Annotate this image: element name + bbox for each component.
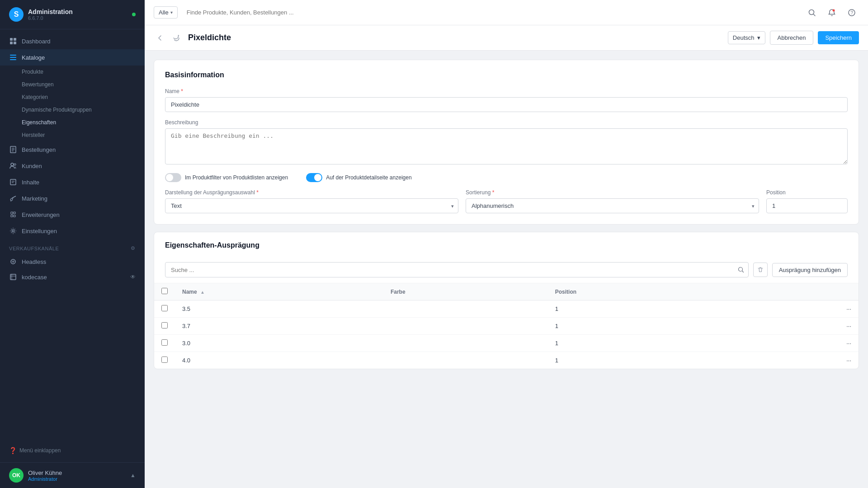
refresh-icon[interactable] bbox=[170, 32, 183, 44]
position-label: Position bbox=[766, 189, 848, 196]
properties-section-title: Eigenschaften-Ausprägung bbox=[154, 232, 859, 257]
search-bar bbox=[183, 6, 799, 19]
row-position: 1 bbox=[548, 300, 750, 318]
sidebar-item-einstellungen[interactable]: Einstellungen bbox=[0, 223, 145, 239]
user-info: Oliver Kühne Administrator bbox=[28, 469, 126, 482]
produktdetail-toggle-group: Auf der Produktdetailseite anzeigen bbox=[306, 173, 411, 182]
topbar: Alle ▾ ? bbox=[145, 0, 868, 25]
produktfilter-label: Im Produktfilter von Produktlisten anzei… bbox=[185, 174, 288, 181]
produktfilter-toggle-knob bbox=[166, 174, 173, 181]
sales-channel-kodecase-label: kodecase bbox=[22, 274, 47, 281]
row-menu[interactable]: ··· bbox=[750, 352, 859, 369]
svg-rect-0 bbox=[10, 38, 13, 41]
svg-point-12 bbox=[14, 164, 16, 165]
sidebar-item-marketing[interactable]: Marketing bbox=[0, 190, 145, 206]
row-farbe bbox=[383, 318, 548, 335]
produktdetail-toggle[interactable] bbox=[306, 173, 322, 182]
name-label: Name * bbox=[165, 88, 848, 94]
sidebar-item-kunden-label: Kunden bbox=[22, 163, 42, 169]
sidebar-subitem-hersteller[interactable]: Hersteller bbox=[0, 129, 145, 141]
user-name: Oliver Kühne bbox=[28, 469, 126, 476]
sortierung-select-group: Sortierung * Alphanumerisch Numerisch Ma… bbox=[466, 189, 759, 213]
table-header: Name ▲ Farbe Position bbox=[154, 283, 859, 300]
user-chevron-icon[interactable]: ▲ bbox=[130, 472, 136, 479]
produktdetail-label: Auf der Produktdetailseite anzeigen bbox=[326, 174, 411, 181]
table-row: 3.5 1 ··· bbox=[154, 300, 859, 318]
name-field-group: Name * bbox=[165, 88, 848, 112]
sidebar-item-bestellungen[interactable]: Bestellungen bbox=[0, 141, 145, 158]
brand-version: 6.6.7.0 bbox=[28, 15, 127, 21]
kataloge-icon bbox=[9, 53, 17, 61]
darstellung-select[interactable]: Text Liste Dropdown bbox=[165, 198, 458, 213]
topbar-icons: ? bbox=[805, 5, 859, 20]
sidebar-item-einstellungen-label: Einstellungen bbox=[22, 228, 57, 235]
language-label: Deutsch bbox=[733, 34, 755, 41]
sidebar-item-erweiterungen[interactable]: Erweiterungen bbox=[0, 206, 145, 223]
section-settings-icon[interactable]: ⚙ bbox=[131, 245, 136, 251]
sidebar-subitem-dynamische[interactable]: Dynamische Produktgruppen bbox=[0, 103, 145, 116]
sidebar-item-marketing-label: Marketing bbox=[22, 195, 47, 202]
darstellung-select-wrapper: Text Liste Dropdown bbox=[165, 198, 458, 213]
produktfilter-toggle[interactable] bbox=[165, 173, 181, 182]
header-actions: Deutsch ▾ Abbrechen Speichern bbox=[728, 31, 859, 45]
language-chevron-icon: ▾ bbox=[757, 34, 760, 41]
table-search-input[interactable] bbox=[165, 263, 734, 277]
sidebar-subitem-kategorien[interactable]: Kategorien bbox=[0, 91, 145, 103]
row-checkbox[interactable] bbox=[161, 339, 168, 346]
language-select[interactable]: Deutsch ▾ bbox=[728, 31, 765, 44]
content-header: Pixeldichte Deutsch ▾ Abbrechen Speicher… bbox=[145, 25, 868, 51]
svg-rect-6 bbox=[10, 59, 16, 60]
menu-collapse[interactable]: ❓ Menü einklappen bbox=[0, 443, 145, 458]
table-search-icon[interactable] bbox=[734, 263, 748, 277]
row-menu[interactable]: ··· bbox=[750, 300, 859, 318]
row-checkbox[interactable] bbox=[161, 357, 168, 363]
row-menu[interactable]: ··· bbox=[750, 318, 859, 335]
row-name: 4.0 bbox=[175, 352, 383, 369]
sidebar: S Administration 6.6.7.0 Dashboard bbox=[0, 0, 145, 488]
sidebar-header: S Administration 6.6.7.0 bbox=[0, 0, 145, 29]
header-name: Name ▲ bbox=[175, 283, 383, 300]
sidebar-item-kataloge[interactable]: Kataloge bbox=[0, 49, 145, 66]
save-button[interactable]: Speichern bbox=[818, 31, 859, 44]
produktdetail-toggle-knob bbox=[314, 174, 321, 181]
back-icon[interactable] bbox=[154, 32, 166, 44]
sidebar-item-dashboard[interactable]: Dashboard bbox=[0, 33, 145, 49]
name-sort-icon[interactable]: ▲ bbox=[200, 290, 205, 295]
svg-rect-17 bbox=[11, 215, 13, 217]
table-delete-button[interactable] bbox=[753, 263, 768, 277]
search-icon[interactable] bbox=[805, 5, 819, 20]
search-input[interactable] bbox=[183, 6, 799, 19]
filter-chevron-icon: ▾ bbox=[170, 10, 173, 15]
sortierung-select[interactable]: Alphanumerisch Numerisch Manuell bbox=[466, 198, 759, 213]
content-area: Basisinformation Name * Beschreibung bbox=[145, 51, 868, 488]
name-input[interactable] bbox=[165, 97, 848, 112]
sidebar-item-kunden[interactable]: Kunden bbox=[0, 158, 145, 174]
filter-button[interactable]: Alle ▾ bbox=[154, 6, 178, 19]
table-row: 4.0 1 ··· bbox=[154, 352, 859, 369]
kodecase-eye-icon[interactable]: 👁 bbox=[130, 274, 136, 280]
table-row: 3.0 1 ··· bbox=[154, 335, 859, 352]
row-position: 1 bbox=[548, 352, 750, 369]
add-property-button[interactable]: Ausprägung hinzufügen bbox=[772, 263, 848, 277]
position-input[interactable] bbox=[766, 198, 848, 213]
sidebar-subitem-bewertungen[interactable]: Bewertungen bbox=[0, 78, 145, 91]
svg-point-19 bbox=[12, 230, 14, 232]
row-checkbox-cell bbox=[154, 300, 175, 318]
row-name: 3.0 bbox=[175, 335, 383, 352]
row-menu[interactable]: ··· bbox=[750, 335, 859, 352]
row-checkbox-cell bbox=[154, 352, 175, 369]
row-checkbox[interactable] bbox=[161, 322, 168, 328]
help-icon[interactable]: ? bbox=[844, 5, 859, 20]
notification-icon[interactable] bbox=[825, 5, 839, 20]
sidebar-item-inhalte[interactable]: Inhalte bbox=[0, 174, 145, 190]
row-checkbox[interactable] bbox=[161, 305, 168, 311]
sidebar-brand: Administration 6.6.7.0 bbox=[28, 8, 127, 21]
select-all-checkbox[interactable] bbox=[161, 288, 168, 294]
description-textarea[interactable] bbox=[165, 128, 848, 164]
cancel-button[interactable]: Abbrechen bbox=[770, 31, 814, 45]
sales-channel-headless[interactable]: Headless bbox=[0, 254, 145, 269]
sidebar-subitem-produkte[interactable]: Produkte bbox=[0, 66, 145, 78]
sales-channel-kodecase[interactable]: kodecase 👁 bbox=[0, 269, 145, 285]
svg-text:?: ? bbox=[851, 10, 854, 15]
sidebar-subitem-eigenschaften[interactable]: Eigenschaften bbox=[0, 116, 145, 129]
